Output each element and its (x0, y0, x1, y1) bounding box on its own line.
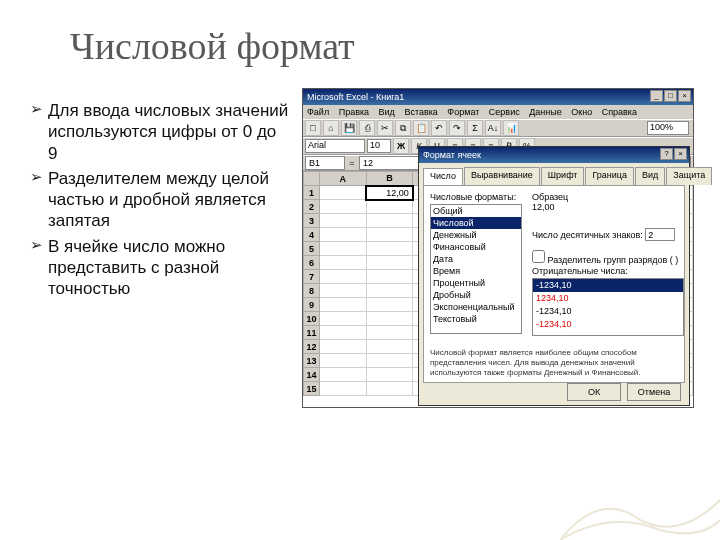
dialog-titlebar: Формат ячеек ? × (419, 147, 689, 163)
row-header[interactable]: 1 (304, 186, 320, 200)
excel-titlebar: Microsoft Excel - Книга1 _ □ × (303, 89, 693, 105)
bullet-item: В ячейке число можно представить с разно… (30, 236, 290, 300)
decimal-row: Число десятичных знаков: (532, 228, 684, 241)
close-button[interactable]: × (678, 90, 691, 102)
name-box[interactable]: B1 (305, 156, 345, 170)
list-item[interactable]: -1234,10 (533, 279, 683, 292)
menu-item[interactable]: Вставка (404, 107, 437, 117)
sum-icon[interactable]: Σ (467, 120, 483, 136)
decimal-label: Число десятичных знаков: (532, 230, 643, 240)
paste-icon[interactable]: 📋 (413, 120, 429, 136)
list-item[interactable]: Общий (431, 205, 521, 217)
row-header[interactable]: 13 (304, 354, 320, 368)
minimize-button[interactable]: _ (650, 90, 663, 102)
redo-icon[interactable]: ↷ (449, 120, 465, 136)
maximize-button[interactable]: □ (664, 90, 677, 102)
print-icon[interactable]: ⎙ (359, 120, 375, 136)
separator-checkbox[interactable] (532, 250, 545, 263)
menu-item[interactable]: Формат (447, 107, 479, 117)
row-header[interactable]: 9 (304, 298, 320, 312)
standard-toolbar: □ ⌂ 💾 ⎙ ✂ ⧉ 📋 ↶ ↷ Σ A↓ 📊 100% (303, 119, 693, 137)
sample-box: Образец 12,00 (532, 192, 684, 212)
cancel-button[interactable]: Отмена (627, 383, 681, 401)
bold-icon[interactable]: Ж (393, 138, 409, 154)
zoom-input[interactable]: 100% (647, 121, 689, 135)
list-item[interactable]: Процентный (431, 277, 521, 289)
list-item[interactable]: -1234,10 (533, 318, 683, 331)
cut-icon[interactable]: ✂ (377, 120, 393, 136)
menu-item[interactable]: Сервис (489, 107, 520, 117)
cell-b1[interactable]: 12,00 (366, 186, 413, 200)
menu-item[interactable]: Правка (339, 107, 369, 117)
menu-item[interactable]: Окно (571, 107, 592, 117)
menu-item[interactable]: Справка (602, 107, 637, 117)
page-title: Числовой формат (70, 24, 355, 68)
row-header[interactable]: 11 (304, 326, 320, 340)
list-item[interactable]: Экспоненциальный (431, 301, 521, 313)
tab-font[interactable]: Шрифт (541, 167, 585, 185)
corner-decoration (560, 480, 720, 540)
list-item[interactable]: Время (431, 265, 521, 277)
format-description: Числовой формат является наиболее общим … (430, 348, 684, 378)
col-header[interactable]: A (320, 172, 367, 186)
list-item[interactable]: 1234,10 (533, 292, 683, 305)
new-icon[interactable]: □ (305, 120, 321, 136)
negative-listbox[interactable]: -1234,10 1234,10 -1234,10 -1234,10 (532, 278, 684, 336)
font-select[interactable]: Arial (305, 139, 365, 153)
row-header[interactable]: 5 (304, 242, 320, 256)
row-header[interactable]: 10 (304, 312, 320, 326)
decimal-stepper[interactable] (645, 228, 675, 241)
row-header[interactable]: 14 (304, 368, 320, 382)
excel-title: Microsoft Excel - Книга1 (307, 89, 404, 105)
menu-bar: Файл Правка Вид Вставка Формат Сервис Да… (303, 105, 693, 119)
list-item[interactable]: Денежный (431, 229, 521, 241)
sample-value: 12,00 (532, 202, 555, 212)
row-header[interactable]: 4 (304, 228, 320, 242)
tab-border[interactable]: Граница (585, 167, 634, 185)
category-listbox[interactable]: Общий Числовой Денежный Финансовый Дата … (430, 204, 522, 334)
separator-checkbox-row[interactable]: Разделитель групп разрядов ( ) (532, 250, 678, 265)
row-header[interactable]: 8 (304, 284, 320, 298)
tab-number[interactable]: Число (423, 168, 463, 186)
row-header[interactable]: 12 (304, 340, 320, 354)
sort-asc-icon[interactable]: A↓ (485, 120, 501, 136)
tab-fill[interactable]: Вид (635, 167, 665, 185)
format-cells-dialog: Формат ячеек ? × Число Выравнивание Шриф… (418, 146, 690, 406)
font-size-select[interactable]: 10 (367, 139, 391, 153)
fx-icon[interactable]: = (345, 158, 359, 168)
undo-icon[interactable]: ↶ (431, 120, 447, 136)
bullet-list: Для ввода числовых значений используются… (30, 100, 290, 303)
row-header[interactable]: 6 (304, 256, 320, 270)
row-header[interactable]: 7 (304, 270, 320, 284)
ok-button[interactable]: ОК (567, 383, 621, 401)
dialog-help-button[interactable]: ? (660, 148, 673, 160)
open-icon[interactable]: ⌂ (323, 120, 339, 136)
menu-item[interactable]: Файл (307, 107, 329, 117)
select-all-corner[interactable] (304, 172, 320, 186)
list-item[interactable]: Финансовый (431, 241, 521, 253)
chart-icon[interactable]: 📊 (503, 120, 519, 136)
list-item[interactable]: Числовой (431, 217, 521, 229)
sample-label: Образец (532, 192, 568, 202)
negative-label: Отрицательные числа: (532, 266, 628, 276)
bullet-item: Разделителем между целой частью и дробно… (30, 168, 290, 232)
list-item[interactable]: Текстовый (431, 313, 521, 325)
list-item[interactable]: Дробный (431, 289, 521, 301)
bullet-item: Для ввода числовых значений используются… (30, 100, 290, 164)
row-header[interactable]: 15 (304, 382, 320, 396)
list-item[interactable]: Дата (431, 253, 521, 265)
dialog-close-button[interactable]: × (674, 148, 687, 160)
copy-icon[interactable]: ⧉ (395, 120, 411, 136)
tab-alignment[interactable]: Выравнивание (464, 167, 540, 185)
menu-item[interactable]: Вид (379, 107, 395, 117)
separator-label: Разделитель групп разрядов ( ) (548, 255, 679, 265)
dialog-tabs: Число Выравнивание Шрифт Граница Вид Защ… (419, 167, 689, 185)
menu-item[interactable]: Данные (529, 107, 562, 117)
list-item[interactable]: -1234,10 (533, 305, 683, 318)
save-icon[interactable]: 💾 (341, 120, 357, 136)
col-header[interactable]: B (366, 172, 413, 186)
row-header[interactable]: 2 (304, 200, 320, 214)
row-header[interactable]: 3 (304, 214, 320, 228)
dialog-title: Формат ячеек (423, 147, 481, 163)
tab-protection[interactable]: Защита (666, 167, 712, 185)
